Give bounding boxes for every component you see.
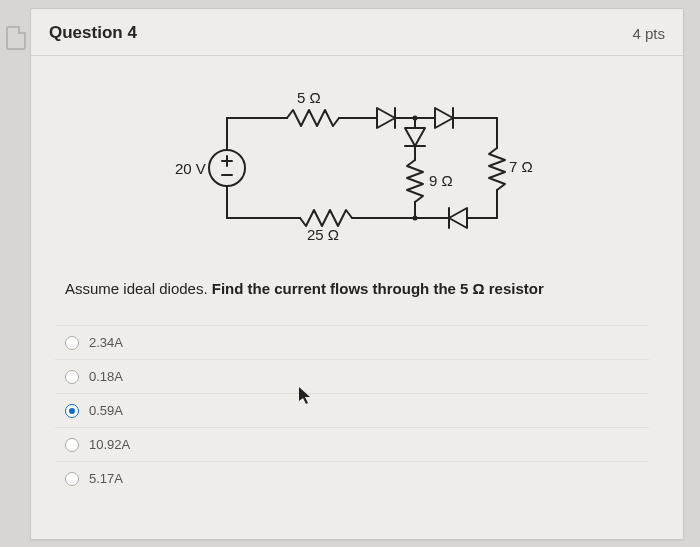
answer-label: 5.17A [89, 471, 123, 486]
question-points: 4 pts [632, 25, 665, 42]
answer-option[interactable]: 10.92A [55, 427, 649, 461]
r-bottom-label: 25 Ω [307, 226, 339, 243]
answer-label: 0.18A [89, 369, 123, 384]
question-header: Question 4 4 pts [31, 9, 683, 56]
radio-icon[interactable] [65, 370, 79, 384]
circuit-diagram: 20 V 5 Ω [65, 66, 649, 274]
prompt-prefix: Assume ideal diodes. [65, 280, 212, 297]
answer-label: 10.92A [89, 437, 130, 452]
question-body: 20 V 5 Ω [31, 56, 683, 495]
question-title: Question 4 [49, 23, 137, 43]
question-card: Question 4 4 pts 20 V 5 Ω [30, 8, 684, 540]
answer-list: 2.34A 0.18A 0.59A 10.92A 5.17A [55, 325, 649, 495]
radio-icon[interactable] [65, 336, 79, 350]
answer-option[interactable]: 0.59A [55, 393, 649, 427]
radio-icon[interactable] [65, 404, 79, 418]
question-prompt: Assume ideal diodes. Find the current fl… [65, 280, 649, 297]
r-mid-label: 9 Ω [429, 172, 453, 189]
r-top-label: 5 Ω [297, 89, 321, 106]
source-label: 20 V [175, 160, 206, 177]
answer-label: 2.34A [89, 335, 123, 350]
answer-option[interactable]: 5.17A [55, 461, 649, 495]
prompt-bold: Find the current flows through the 5 Ω r… [212, 280, 544, 297]
answer-option[interactable]: 0.18A [55, 359, 649, 393]
r-right-label: 7 Ω [509, 158, 533, 175]
page-icon [6, 26, 26, 50]
answer-label: 0.59A [89, 403, 123, 418]
radio-icon[interactable] [65, 472, 79, 486]
radio-icon[interactable] [65, 438, 79, 452]
answer-option[interactable]: 2.34A [55, 325, 649, 359]
